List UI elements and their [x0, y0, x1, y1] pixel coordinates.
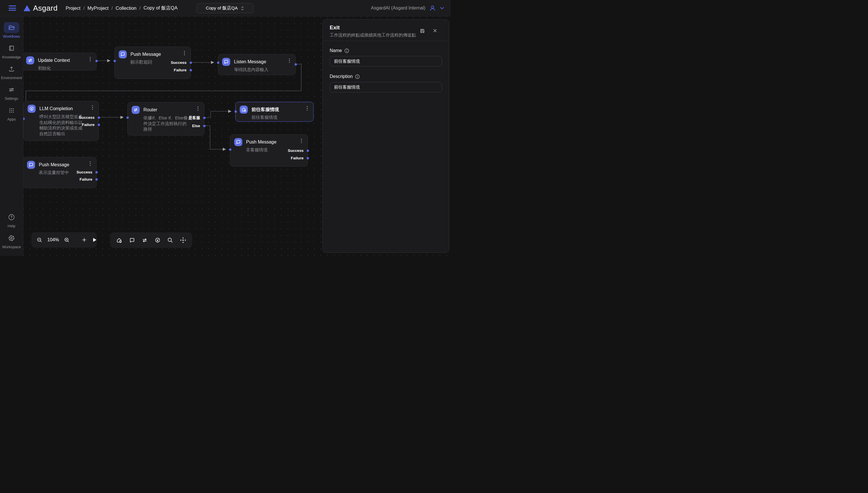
breadcrumb-myproject[interactable]: MyProject [87, 5, 108, 11]
output-label-failure: Failure [79, 177, 92, 182]
node-title: Push Message [131, 52, 161, 57]
panel-header: Exit 工作流程的終點或接續其他工作流程的傳送點 [323, 20, 449, 41]
output-port-iscs[interactable] [203, 117, 206, 119]
close-icon[interactable] [433, 28, 437, 34]
node-exit-customer-service[interactable]: 前往客服情境 ⋮ 前往客服情境 [235, 102, 314, 122]
sidebar-item-environment[interactable]: Environment [1, 64, 22, 80]
sidebar-item-help[interactable]: ? Help [4, 212, 19, 228]
node-title: Update Context [38, 58, 70, 63]
run-workflow-button[interactable] [92, 237, 97, 243]
message-node-tool[interactable] [129, 237, 135, 244]
input-port[interactable] [23, 117, 25, 120]
breadcrumb-project[interactable]: Project [66, 5, 80, 11]
chevron-down-icon[interactable] [440, 7, 444, 9]
info-icon[interactable] [355, 74, 360, 79]
output-port-else[interactable] [203, 125, 206, 127]
output-port-failure[interactable] [98, 124, 100, 126]
panel-body: Name Description [323, 41, 449, 92]
kebab-menu-icon[interactable]: ⋮ [88, 56, 93, 62]
sidebar-item-workflows[interactable]: Workflows [3, 22, 20, 39]
book-icon [8, 45, 15, 52]
pan-tool[interactable] [180, 237, 186, 244]
node-push-message-throttle[interactable]: Push Message ⋮ 表示流量控管中 Success Failure [23, 157, 96, 188]
exit-node-tool[interactable] [116, 237, 122, 244]
name-label-text: Name [330, 48, 342, 53]
node-router[interactable]: Router ⋮ 依據If、Else If、Else條件決定工作流程執行的路徑 … [127, 102, 204, 135]
menu-icon[interactable] [8, 5, 16, 10]
input-port[interactable] [234, 110, 237, 113]
kebab-menu-icon[interactable]: ⋮ [90, 105, 95, 110]
sidebar-label: Workflows [3, 34, 20, 39]
kebab-menu-icon[interactable]: ⋮ [287, 58, 292, 64]
zoom-out-button[interactable] [37, 237, 43, 243]
kebab-menu-icon[interactable]: ⋮ [196, 106, 200, 112]
folder-icon [8, 24, 15, 31]
node-listen-message[interactable]: Listen Message ⋮ 等待訊息內容輸入 [218, 54, 296, 75]
up-down-chevron-icon [241, 6, 244, 10]
output-port-failure[interactable] [95, 178, 98, 180]
output-port[interactable] [295, 63, 297, 66]
node-subtitle: 前往客服情境 [251, 115, 309, 120]
description-input[interactable] [330, 82, 442, 92]
name-field-label: Name [330, 48, 442, 53]
node-push-message-non-cs[interactable]: Push Message ⋮ 非客服情境 Success Failure [230, 134, 308, 167]
description-label-text: Description [330, 74, 353, 79]
node-description: 呼叫大型語言模型並產生結構化的資料輸出以輔助流程的決策或生成自然語言輸出 [39, 114, 84, 136]
search-tool[interactable] [167, 237, 173, 243]
breadcrumb-separator: / [109, 5, 116, 11]
breadcrumb-collection[interactable]: Collection [116, 5, 136, 11]
breadcrumb-workflow[interactable]: Copy of 飯店QA [143, 5, 177, 11]
sidebar-label: Knowledge [2, 55, 21, 59]
node-title: Router [143, 107, 157, 112]
zoom-in-button[interactable] [64, 237, 70, 243]
kebab-menu-icon[interactable]: ⋮ [182, 50, 187, 56]
output-port-success[interactable] [95, 171, 98, 173]
output-port-success[interactable] [190, 62, 192, 64]
output-port-failure[interactable] [307, 157, 309, 159]
output-port[interactable] [95, 60, 98, 62]
kebab-menu-icon[interactable]: ⋮ [305, 106, 310, 111]
output-label-failure: Failure [291, 156, 303, 161]
input-port[interactable] [229, 148, 231, 151]
output-label-success: Success [79, 115, 95, 120]
zoom-level: 104% [47, 237, 59, 242]
node-update-context[interactable]: Update Context ⋮ 初始化 [23, 52, 96, 70]
input-port[interactable] [127, 116, 129, 119]
edge-router-pushmessage [205, 126, 226, 149]
asgard-logo-icon [24, 5, 30, 11]
llm-cycle-icon [28, 105, 36, 113]
user-icon[interactable] [429, 5, 436, 12]
chat-bubble-icon [119, 50, 127, 58]
workflow-selector-dropdown[interactable]: Copy of 飯店QA [196, 3, 253, 13]
input-port[interactable] [114, 60, 116, 62]
kebab-menu-icon[interactable]: ⋮ [88, 161, 93, 167]
output-port-success[interactable] [98, 116, 100, 119]
sidebar-item-apps[interactable]: Apps [4, 105, 19, 121]
left-sidebar: Workflows Knowledge Environment Settings [0, 16, 23, 256]
chat-bubble-icon [222, 58, 230, 66]
zoom-toolbar: 104% [31, 232, 97, 248]
name-input[interactable] [330, 56, 442, 66]
kebab-menu-icon[interactable]: ⋮ [299, 138, 304, 144]
node-llm-completion[interactable]: LLM Completion ⋮ 呼叫大型語言模型並產生結構化的資料輸出以輔助流… [23, 101, 99, 141]
input-port[interactable] [217, 62, 219, 64]
llm-node-tool[interactable] [154, 237, 161, 244]
chat-bubble-icon [234, 138, 242, 146]
node-push-message-welcome[interactable]: Push Message ⋮ 顯示歡迎詞 Success Failure [114, 47, 191, 79]
edge-router-exit [205, 111, 231, 117]
output-port-failure[interactable] [190, 69, 192, 71]
sidebar-item-knowledge[interactable]: Knowledge [2, 43, 21, 59]
sidebar-item-workspace[interactable]: Workspace [2, 233, 21, 249]
add-node-button[interactable] [81, 237, 87, 243]
sliders-icon [8, 86, 15, 93]
sidebar-item-settings[interactable]: Settings [4, 84, 19, 101]
save-button[interactable] [420, 28, 425, 34]
router-node-tool[interactable] [141, 237, 148, 244]
output-port-success[interactable] [307, 150, 309, 152]
info-icon[interactable] [344, 48, 349, 53]
output-label-else: Else [192, 123, 200, 129]
brand-name: Asgard [33, 4, 58, 13]
output-label-success: Success [171, 60, 186, 65]
sidebar-label: Apps [7, 117, 16, 121]
app-header: Asgard Project / MyProject / Collection … [0, 0, 451, 16]
